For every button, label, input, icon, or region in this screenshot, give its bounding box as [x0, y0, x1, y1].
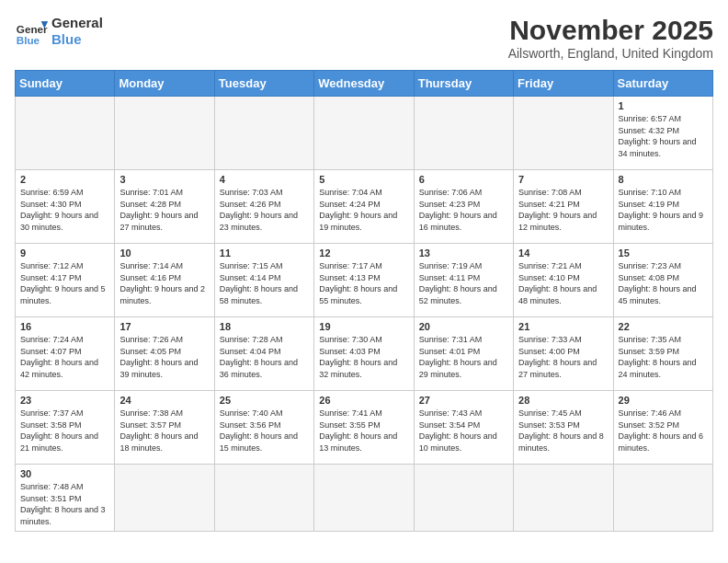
calendar-cell: 26Sunrise: 7:41 AMSunset: 3:55 PMDayligh…	[314, 391, 414, 465]
calendar-cell	[314, 97, 414, 170]
calendar-cell: 20Sunrise: 7:31 AMSunset: 4:01 PMDayligh…	[414, 317, 513, 391]
day-info: Sunrise: 6:59 AMSunset: 4:30 PMDaylight:…	[20, 187, 109, 233]
day-info: Sunrise: 7:14 AMSunset: 4:16 PMDaylight:…	[119, 260, 209, 306]
day-info: Sunrise: 7:38 AMSunset: 3:57 PMDaylight:…	[119, 408, 209, 454]
calendar-cell: 24Sunrise: 7:38 AMSunset: 3:57 PMDayligh…	[115, 391, 214, 465]
calendar-cell: 27Sunrise: 7:43 AMSunset: 3:54 PMDayligh…	[414, 391, 513, 465]
day-info: Sunrise: 7:48 AMSunset: 3:51 PMDaylight:…	[20, 481, 109, 527]
header-row: Sunday Monday Tuesday Wednesday Thursday…	[16, 71, 713, 97]
day-info: Sunrise: 6:57 AMSunset: 4:32 PMDaylight:…	[619, 113, 708, 159]
calendar-cell	[314, 465, 414, 532]
calendar-cell: 21Sunrise: 7:33 AMSunset: 4:00 PMDayligh…	[514, 317, 613, 391]
calendar-week-4: 23Sunrise: 7:37 AMSunset: 3:58 PMDayligh…	[16, 391, 713, 465]
page-header: General Blue General Blue November 2025 …	[15, 15, 713, 61]
day-number: 30	[20, 468, 109, 479]
day-info: Sunrise: 7:33 AMSunset: 4:00 PMDaylight:…	[518, 334, 608, 380]
calendar-cell: 2Sunrise: 6:59 AMSunset: 4:30 PMDaylight…	[16, 170, 115, 244]
col-thursday: Thursday	[414, 71, 513, 97]
calendar-cell	[414, 465, 513, 532]
calendar-cell: 9Sunrise: 7:12 AMSunset: 4:17 PMDaylight…	[16, 244, 115, 317]
calendar-cell	[613, 465, 712, 532]
calendar-cell: 25Sunrise: 7:40 AMSunset: 3:56 PMDayligh…	[214, 391, 313, 465]
calendar-table: Sunday Monday Tuesday Wednesday Thursday…	[15, 70, 713, 532]
calendar-cell: 29Sunrise: 7:46 AMSunset: 3:52 PMDayligh…	[613, 391, 712, 465]
day-info: Sunrise: 7:19 AMSunset: 4:11 PMDaylight:…	[419, 260, 508, 306]
day-number: 2	[20, 174, 109, 185]
day-number: 25	[220, 395, 309, 406]
calendar-cell: 28Sunrise: 7:45 AMSunset: 3:53 PMDayligh…	[514, 391, 613, 465]
calendar-cell: 5Sunrise: 7:04 AMSunset: 4:24 PMDaylight…	[314, 170, 414, 244]
day-number: 14	[518, 247, 608, 259]
title-area: November 2025 Ailsworth, England, United…	[508, 15, 713, 61]
logo-general: General	[51, 15, 103, 31]
day-info: Sunrise: 7:46 AMSunset: 3:52 PMDaylight:…	[619, 408, 708, 454]
day-number: 28	[518, 395, 608, 406]
day-info: Sunrise: 7:17 AMSunset: 4:13 PMDaylight:…	[319, 260, 408, 306]
day-number: 5	[319, 174, 408, 185]
calendar-cell: 6Sunrise: 7:06 AMSunset: 4:23 PMDaylight…	[414, 170, 513, 244]
day-info: Sunrise: 7:26 AMSunset: 4:05 PMDaylight:…	[119, 334, 209, 380]
month-title: November 2025	[508, 15, 713, 46]
day-number: 6	[419, 174, 508, 185]
day-number: 15	[619, 247, 708, 259]
col-wednesday: Wednesday	[314, 71, 414, 97]
day-info: Sunrise: 7:06 AMSunset: 4:23 PMDaylight:…	[419, 187, 508, 233]
svg-text:Blue: Blue	[17, 34, 40, 46]
day-number: 3	[119, 174, 209, 185]
calendar-cell: 10Sunrise: 7:14 AMSunset: 4:16 PMDayligh…	[115, 244, 214, 317]
col-monday: Monday	[115, 71, 214, 97]
col-friday: Friday	[514, 71, 613, 97]
calendar-cell: 19Sunrise: 7:30 AMSunset: 4:03 PMDayligh…	[314, 317, 414, 391]
day-number: 27	[419, 395, 508, 406]
calendar-cell: 12Sunrise: 7:17 AMSunset: 4:13 PMDayligh…	[314, 244, 414, 317]
day-number: 18	[220, 321, 309, 332]
day-number: 19	[319, 321, 408, 332]
day-number: 21	[518, 321, 608, 332]
calendar-cell: 17Sunrise: 7:26 AMSunset: 4:05 PMDayligh…	[115, 317, 214, 391]
calendar-week-0: 1Sunrise: 6:57 AMSunset: 4:32 PMDaylight…	[16, 97, 713, 170]
day-info: Sunrise: 7:23 AMSunset: 4:08 PMDaylight:…	[619, 260, 708, 306]
day-info: Sunrise: 7:21 AMSunset: 4:10 PMDaylight:…	[518, 260, 608, 306]
day-number: 10	[119, 247, 209, 259]
calendar-week-1: 2Sunrise: 6:59 AMSunset: 4:30 PMDaylight…	[16, 170, 713, 244]
calendar-cell: 1Sunrise: 6:57 AMSunset: 4:32 PMDaylight…	[613, 97, 712, 170]
calendar-cell	[414, 97, 513, 170]
calendar-cell	[16, 97, 115, 170]
day-number: 16	[20, 321, 109, 332]
calendar-cell: 3Sunrise: 7:01 AMSunset: 4:28 PMDaylight…	[115, 170, 214, 244]
calendar-cell	[514, 465, 613, 532]
calendar-cell: 16Sunrise: 7:24 AMSunset: 4:07 PMDayligh…	[16, 317, 115, 391]
calendar-cell: 15Sunrise: 7:23 AMSunset: 4:08 PMDayligh…	[613, 244, 712, 317]
calendar-cell	[514, 97, 613, 170]
day-number: 12	[319, 247, 408, 259]
day-number: 17	[119, 321, 209, 332]
day-info: Sunrise: 7:28 AMSunset: 4:04 PMDaylight:…	[220, 334, 309, 380]
day-info: Sunrise: 7:15 AMSunset: 4:14 PMDaylight:…	[220, 260, 309, 306]
calendar-cell: 14Sunrise: 7:21 AMSunset: 4:10 PMDayligh…	[514, 244, 613, 317]
day-info: Sunrise: 7:37 AMSunset: 3:58 PMDaylight:…	[20, 408, 109, 454]
col-saturday: Saturday	[613, 71, 712, 97]
day-info: Sunrise: 7:40 AMSunset: 3:56 PMDaylight:…	[220, 408, 309, 454]
day-info: Sunrise: 7:12 AMSunset: 4:17 PMDaylight:…	[20, 260, 109, 306]
day-info: Sunrise: 7:43 AMSunset: 3:54 PMDaylight:…	[419, 408, 508, 454]
calendar-cell: 8Sunrise: 7:10 AMSunset: 4:19 PMDaylight…	[613, 170, 712, 244]
logo-blue: Blue	[51, 31, 103, 48]
calendar-cell: 30Sunrise: 7:48 AMSunset: 3:51 PMDayligh…	[16, 465, 115, 532]
day-number: 26	[319, 395, 408, 406]
day-number: 8	[619, 174, 708, 185]
calendar-cell	[214, 97, 313, 170]
day-info: Sunrise: 7:24 AMSunset: 4:07 PMDaylight:…	[20, 334, 109, 380]
calendar-week-5: 30Sunrise: 7:48 AMSunset: 3:51 PMDayligh…	[16, 465, 713, 532]
calendar-week-3: 16Sunrise: 7:24 AMSunset: 4:07 PMDayligh…	[16, 317, 713, 391]
calendar-cell: 13Sunrise: 7:19 AMSunset: 4:11 PMDayligh…	[414, 244, 513, 317]
calendar-cell	[214, 465, 313, 532]
day-number: 20	[419, 321, 508, 332]
day-info: Sunrise: 7:10 AMSunset: 4:19 PMDaylight:…	[619, 187, 708, 233]
day-number: 1	[619, 100, 708, 111]
day-number: 22	[619, 321, 708, 332]
day-info: Sunrise: 7:30 AMSunset: 4:03 PMDaylight:…	[319, 334, 408, 380]
day-info: Sunrise: 7:08 AMSunset: 4:21 PMDaylight:…	[518, 187, 608, 233]
day-info: Sunrise: 7:03 AMSunset: 4:26 PMDaylight:…	[220, 187, 309, 233]
calendar-cell	[115, 97, 214, 170]
day-number: 23	[20, 395, 109, 406]
